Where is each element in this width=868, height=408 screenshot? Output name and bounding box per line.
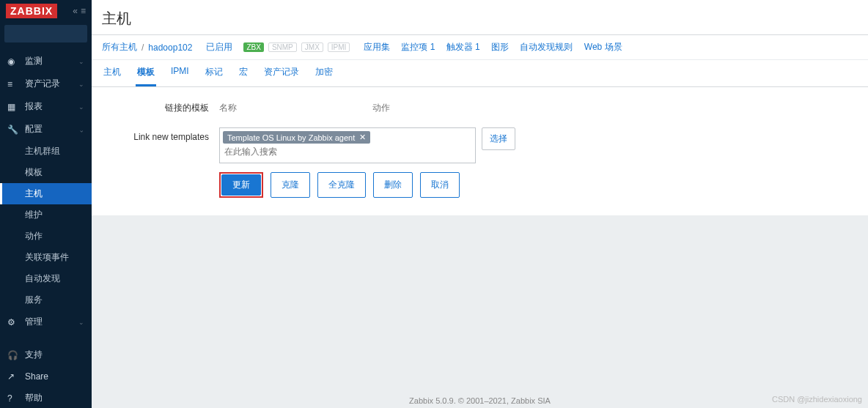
sidebar-search[interactable]: 🔍 bbox=[4, 25, 87, 42]
col-action: 动作 bbox=[372, 97, 526, 119]
zabbix-logo[interactable]: ZABBIX bbox=[6, 4, 57, 18]
tab-templates[interactable]: 模板 bbox=[136, 60, 156, 86]
web-link[interactable]: Web 场景 bbox=[584, 41, 622, 53]
separator: / bbox=[141, 42, 144, 53]
sub-services[interactable]: 服务 bbox=[0, 289, 92, 311]
nav-monitoring[interactable]: ◉监测⌄ bbox=[0, 50, 92, 73]
cancel-button[interactable]: 取消 bbox=[420, 172, 460, 198]
sub-correlation[interactable]: 关联项事件 bbox=[0, 247, 92, 268]
update-button[interactable]: 更新 bbox=[221, 174, 261, 196]
sub-maintenance[interactable]: 维护 bbox=[0, 204, 92, 226]
template-multiselect[interactable]: Template OS Linux by Zabbix agent ✕ bbox=[219, 127, 476, 163]
chevron-down-icon: ⌄ bbox=[78, 81, 84, 88]
jmx-badge: JMX bbox=[301, 42, 323, 52]
nav-label: 管理 bbox=[25, 316, 43, 328]
nav-reports[interactable]: ▦报表⌄ bbox=[0, 95, 92, 118]
select-button[interactable]: 选择 bbox=[482, 127, 515, 150]
remove-tag-icon[interactable]: ✕ bbox=[359, 133, 366, 142]
nav-label: 帮助 bbox=[25, 392, 43, 404]
update-highlight: 更新 bbox=[219, 172, 263, 198]
applications-link[interactable]: 应用集 bbox=[364, 41, 390, 53]
nav-label: 支持 bbox=[25, 349, 43, 361]
graphs-link[interactable]: 图形 bbox=[491, 41, 509, 53]
hostname-link[interactable]: hadoop102 bbox=[148, 42, 192, 53]
page-title: 主机 bbox=[92, 0, 868, 35]
col-name: 名称 bbox=[219, 97, 372, 119]
discovery-link[interactable]: 自动发现规则 bbox=[520, 41, 573, 53]
footer: Zabbix 5.0.9. © 2001–2021, Zabbix SIA bbox=[92, 396, 868, 405]
nav-label: 配置 bbox=[25, 123, 43, 136]
wrench-icon: 🔧 bbox=[7, 125, 19, 135]
nav-label: 报表 bbox=[25, 100, 43, 113]
report-icon: ▦ bbox=[7, 102, 19, 112]
share-icon: ↗ bbox=[7, 371, 19, 382]
sidebar: ZABBIX « ≡ 🔍 ◉监测⌄ ≡资产记录⌄ ▦报表⌄ 🔧配置⌃ 主机群组 … bbox=[0, 0, 92, 408]
sub-discovery[interactable]: 自动发现 bbox=[0, 268, 92, 289]
sub-hosts[interactable]: 主机 bbox=[0, 183, 92, 204]
nav-help[interactable]: ?帮助 bbox=[0, 387, 92, 408]
full-clone-button[interactable]: 全克隆 bbox=[317, 172, 366, 198]
tab-ipmi[interactable]: IPMI bbox=[169, 60, 191, 86]
items-link[interactable]: 监控项 1 bbox=[401, 41, 435, 53]
question-icon: ? bbox=[7, 393, 19, 404]
all-hosts-link[interactable]: 所有主机 bbox=[102, 41, 137, 53]
clone-button[interactable]: 克隆 bbox=[271, 172, 310, 198]
main-content: 主机 所有主机 / hadoop102 已启用 ZBX SNMP JMX IPM… bbox=[92, 0, 868, 408]
form-tabs: 主机 模板 IPMI 标记 宏 资产记录 加密 bbox=[92, 60, 868, 87]
link-new-label: Link new templates bbox=[102, 127, 219, 142]
tab-encryption[interactable]: 加密 bbox=[314, 60, 334, 86]
template-form: 链接的模板 名称 动作 Link new templates Template … bbox=[92, 87, 868, 215]
watermark: CSDN @jizhidexiaoxiong bbox=[772, 395, 862, 404]
tab-host[interactable]: 主机 bbox=[102, 60, 122, 86]
tab-macros[interactable]: 宏 bbox=[238, 60, 249, 86]
tab-tags[interactable]: 标记 bbox=[204, 60, 224, 86]
chevron-down-icon: ⌄ bbox=[78, 58, 84, 65]
chevron-up-icon: ⌃ bbox=[78, 126, 84, 133]
zbx-badge: ZBX bbox=[243, 42, 263, 52]
delete-button[interactable]: 删除 bbox=[373, 172, 413, 198]
nav-configuration[interactable]: 🔧配置⌃ bbox=[0, 118, 92, 141]
ipmi-badge: IPMI bbox=[328, 42, 350, 52]
nav-label: 监测 bbox=[25, 55, 43, 67]
linked-templates-header: 名称 动作 bbox=[219, 97, 526, 119]
chevron-down-icon: ⌄ bbox=[78, 319, 84, 326]
sub-hostgroups[interactable]: 主机群组 bbox=[0, 141, 92, 162]
nav-share[interactable]: ↗Share bbox=[0, 366, 92, 387]
logo-row: ZABBIX « ≡ bbox=[0, 0, 92, 22]
list-icon: ≡ bbox=[7, 79, 19, 89]
collapse-icon[interactable]: « bbox=[73, 6, 78, 16]
nav-inventory[interactable]: ≡资产记录⌄ bbox=[0, 73, 92, 95]
linked-templates-label: 链接的模板 bbox=[102, 97, 219, 114]
sub-templates[interactable]: 模板 bbox=[0, 162, 92, 183]
enabled-link[interactable]: 已启用 bbox=[206, 41, 232, 53]
selected-template-tag[interactable]: Template OS Linux by Zabbix agent ✕ bbox=[223, 131, 370, 144]
chevron-down-icon: ⌄ bbox=[78, 103, 84, 111]
eye-icon: ◉ bbox=[7, 56, 19, 67]
nav-label: 资产记录 bbox=[25, 78, 60, 90]
nav-label: Share bbox=[25, 371, 48, 382]
snmp-badge: SNMP bbox=[268, 42, 297, 52]
triggers-link[interactable]: 触发器 1 bbox=[446, 41, 480, 53]
nav-support[interactable]: 🎧支持 bbox=[0, 344, 92, 366]
host-nav-bar: 所有主机 / hadoop102 已启用 ZBX SNMP JMX IPMI 应… bbox=[92, 35, 868, 60]
sub-actions[interactable]: 动作 bbox=[0, 226, 92, 247]
menu-icon[interactable]: ≡ bbox=[81, 6, 86, 16]
tag-text: Template OS Linux by Zabbix agent bbox=[227, 133, 355, 142]
nav-administration[interactable]: ⚙管理⌄ bbox=[0, 311, 92, 333]
headset-icon: 🎧 bbox=[7, 350, 19, 360]
gear-icon: ⚙ bbox=[7, 317, 19, 327]
template-search-input[interactable] bbox=[223, 144, 472, 160]
action-buttons: 更新 克隆 全克隆 删除 取消 bbox=[219, 172, 858, 198]
tab-inventory[interactable]: 资产记录 bbox=[262, 60, 301, 86]
